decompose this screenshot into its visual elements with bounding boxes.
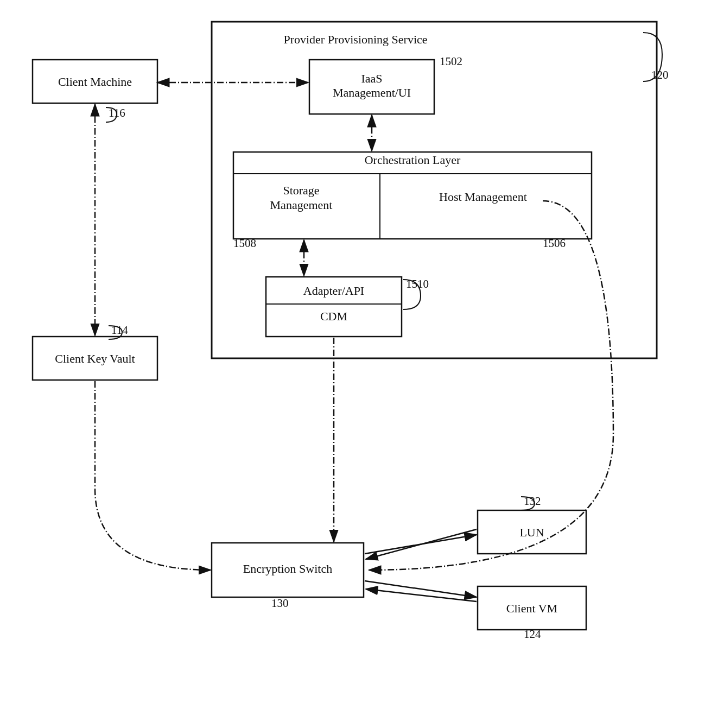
orchestration-label: Orchestration Layer [365, 153, 461, 167]
iaas-label-2: Management/UI [333, 86, 411, 99]
iaas-label-1: IaaS [361, 72, 382, 85]
lun-label: LUN [519, 526, 544, 539]
client-key-vault-label: Client Key Vault [55, 352, 135, 365]
ref-1510: 1510 [406, 277, 429, 290]
client-vm-label: Client VM [506, 602, 557, 615]
ref-130: 130 [271, 597, 289, 610]
adapter-label: Adapter/API [303, 284, 364, 297]
ref-1508: 1508 [233, 237, 256, 250]
storage-mgmt-label-2: Management [270, 198, 333, 212]
diagram-container: Provider Provisioning Service 120 IaaS M… [0, 0, 711, 728]
lun-encryption-arrow [366, 529, 477, 559]
ref-124: 124 [524, 628, 541, 641]
ref-1506: 1506 [543, 237, 566, 250]
client-machine-label: Client Machine [58, 75, 132, 88]
provider-label: Provider Provisioning Service [283, 33, 427, 46]
encryption-switch-label-1: Encryption Switch [243, 562, 332, 575]
host-mgmt-encryption-arrow [369, 201, 613, 570]
cdm-label: CDM [320, 309, 347, 323]
host-mgmt-label: Host Management [439, 190, 527, 204]
storage-mgmt-label-1: Storage [283, 183, 319, 197]
ref-1502: 1502 [440, 55, 462, 68]
keyvault-encryption-arrow [95, 381, 211, 570]
